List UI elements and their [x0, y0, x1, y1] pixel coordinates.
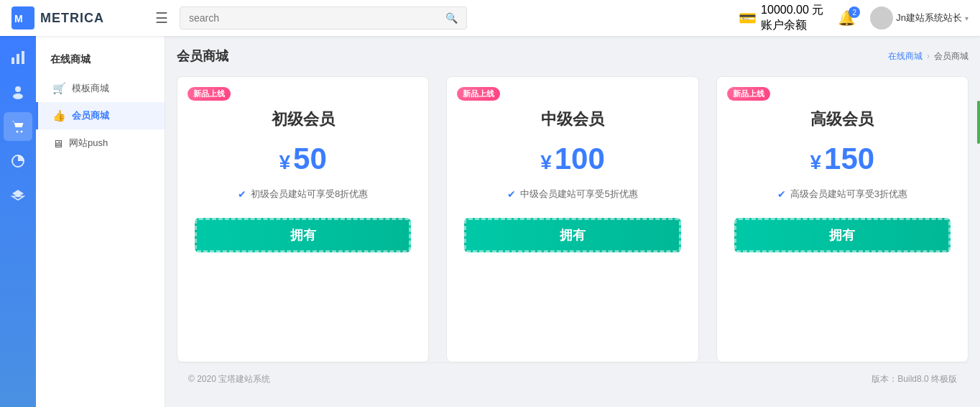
breadcrumb-home[interactable]: 在线商城 [888, 50, 923, 63]
card-title-0: 初级会员 [272, 109, 335, 130]
card-title-1: 中级会员 [541, 109, 604, 130]
sidebar-icon-layers[interactable] [4, 181, 32, 210]
card-price-0: ¥50 [279, 142, 327, 176]
account-amount: 10000.00 元 [761, 3, 823, 18]
sidebar-icon-user[interactable] [4, 78, 32, 106]
sidebar-icon-pie[interactable] [4, 147, 32, 175]
svg-point-9 [17, 131, 19, 133]
header: M METRICA ☰ 🔍 💳 10000.00 元 账户余额 🔔 2 [0, 0, 980, 36]
user-info[interactable]: Jn建站系统站长 ▾ [870, 6, 969, 29]
card-title-2: 高级会员 [810, 109, 874, 130]
avatar-svg [870, 6, 893, 29]
main-layout: 在线商城 🛒 模板商城 👍 会员商城 🖥 网站push 会员商城 在线商城 › … [0, 36, 980, 407]
bell-wrapper: 🔔 2 [838, 9, 856, 27]
breadcrumb-bar: 会员商城 在线商城 › 会员商城 [177, 47, 969, 65]
content-area: 会员商城 在线商城 › 会员商城 新品上线 初级会员 ¥50 ✔ 初级会员建站可… [165, 36, 980, 407]
breadcrumb-current: 会员商城 [934, 50, 969, 63]
search-input[interactable] [189, 12, 445, 24]
cart-nav-icon: 🛒 [52, 82, 66, 95]
sidebar-icon-chart[interactable] [4, 43, 32, 72]
footer-copyright: © 2020 宝塔建站系统 [188, 373, 270, 385]
card-mid-member: 新品上线 中级会员 ¥100 ✔ 中级会员建站可享受5折优惠 拥有 [446, 76, 698, 362]
check-icon-0: ✔ [238, 188, 246, 200]
svg-point-7 [15, 86, 21, 92]
buy-button-2[interactable]: 拥有 [734, 218, 951, 252]
cards-container: 新品上线 初级会员 ¥50 ✔ 初级会员建站可享受8折优惠 拥有 新品上线 中级… [177, 76, 969, 362]
svg-rect-4 [11, 58, 14, 64]
search-bar: 🔍 [180, 6, 467, 29]
logo-area: M METRICA [11, 6, 155, 29]
svg-point-8 [13, 93, 23, 99]
logo-icon: M [11, 6, 34, 29]
avatar [870, 6, 893, 29]
breadcrumb: 在线商城 › 会员商城 [888, 50, 969, 63]
header-right: 💳 10000.00 元 账户余额 🔔 2 Jn建站系统站长 ▾ [739, 3, 969, 33]
nav-label-template-mall: 模板商城 [72, 82, 109, 95]
svg-point-3 [873, 21, 890, 29]
new-badge-1: 新品上线 [457, 87, 500, 101]
wallet-icon: 💳 [739, 9, 757, 27]
svg-rect-6 [22, 51, 24, 64]
card-benefit-0: ✔ 初级会员建站可享受8折优惠 [238, 188, 368, 201]
nav-label-member-mall: 会员商城 [72, 109, 109, 122]
svg-marker-13 [12, 196, 24, 200]
user-name: Jn建站系统站长 [896, 12, 962, 24]
footer: © 2020 宝塔建站系统 版本：Build8.0 终极版 [177, 362, 969, 395]
bell-badge: 2 [849, 6, 860, 18]
icon-sidebar [0, 36, 36, 407]
svg-point-2 [876, 9, 887, 21]
account-balance: 10000.00 元 账户余额 [761, 3, 823, 33]
check-icon-1: ✔ [507, 188, 516, 200]
sidebar-icon-cart[interactable] [4, 112, 32, 141]
logo-text: METRICA [40, 11, 104, 26]
currency-2: ¥ [810, 151, 821, 173]
new-badge-0: 新品上线 [188, 87, 231, 101]
scroll-indicator [977, 101, 980, 144]
breadcrumb-separator: › [927, 51, 930, 61]
currency-1: ¥ [540, 151, 552, 173]
account-info: 💳 10000.00 元 账户余额 [739, 3, 823, 33]
nav-section-title: 在线商城 [36, 47, 165, 75]
monitor-nav-icon: 🖥 [52, 137, 63, 150]
card-benefit-1: ✔ 中级会员建站可享受5折优惠 [507, 188, 637, 201]
page-title: 会员商城 [177, 47, 228, 65]
buy-button-0[interactable]: 拥有 [195, 218, 411, 252]
card-price-2: ¥150 [810, 142, 874, 176]
nav-item-member-mall[interactable]: 👍 会员商城 [36, 102, 165, 129]
nav-label-site-push: 网站push [69, 137, 108, 150]
left-nav: 在线商城 🛒 模板商城 👍 会员商城 🖥 网站push [36, 36, 165, 407]
footer-version: 版本：Build8.0 终极版 [872, 373, 957, 385]
search-icon[interactable]: 🔍 [445, 12, 458, 24]
buy-button-1[interactable]: 拥有 [464, 218, 680, 252]
nav-item-template-mall[interactable]: 🛒 模板商城 [36, 75, 165, 102]
nav-item-site-push[interactable]: 🖥 网站push [36, 129, 165, 157]
chevron-down-icon: ▾ [965, 14, 969, 22]
new-badge-2: 新品上线 [727, 87, 770, 101]
card-premium-member: 新品上线 高级会员 ¥150 ✔ 高级会员建站可享受3折优惠 拥有 [716, 76, 969, 362]
card-benefit-2: ✔ 高级会员建站可享受3折优惠 [777, 188, 907, 201]
account-label: 账户余额 [761, 18, 823, 33]
card-price-1: ¥100 [540, 142, 605, 176]
menu-toggle-button[interactable]: ☰ [155, 9, 168, 27]
svg-point-10 [21, 131, 23, 133]
svg-text:M: M [14, 13, 23, 24]
currency-0: ¥ [279, 151, 291, 173]
check-icon-2: ✔ [777, 188, 786, 200]
thumb-nav-icon: 👍 [52, 109, 66, 122]
card-basic-member: 新品上线 初级会员 ¥50 ✔ 初级会员建站可享受8折优惠 拥有 [177, 76, 429, 362]
svg-rect-5 [17, 54, 19, 64]
